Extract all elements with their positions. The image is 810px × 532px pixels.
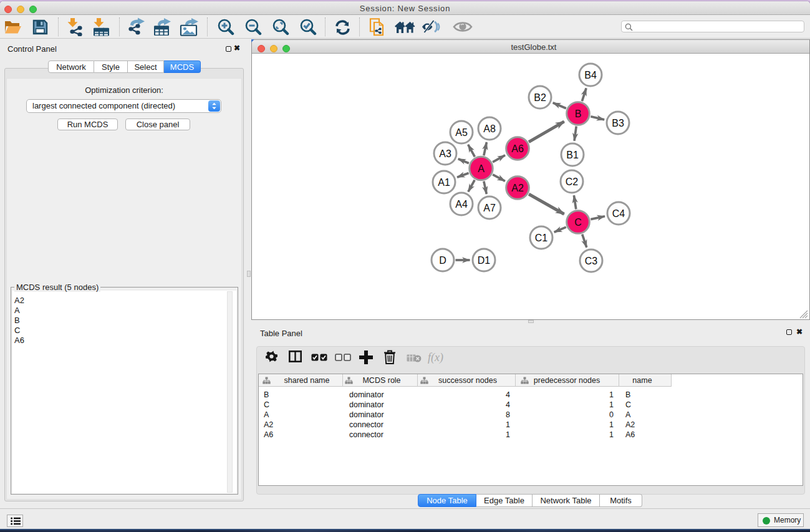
svg-text:A2: A2 xyxy=(511,183,524,193)
svg-text:A5: A5 xyxy=(455,127,468,138)
svg-text:A1: A1 xyxy=(438,177,450,188)
svg-text:C: C xyxy=(574,217,582,228)
svg-text:D1: D1 xyxy=(478,255,491,266)
svg-text:C4: C4 xyxy=(612,208,625,219)
svg-text:D: D xyxy=(439,255,446,266)
svg-text:A4: A4 xyxy=(455,199,468,210)
svg-text:B1: B1 xyxy=(566,150,579,160)
svg-text:A3: A3 xyxy=(439,148,451,159)
svg-text:B: B xyxy=(575,109,582,119)
svg-text:A7: A7 xyxy=(483,203,496,213)
svg-text:A6: A6 xyxy=(511,143,524,154)
svg-text:B3: B3 xyxy=(612,118,624,128)
svg-text:C1: C1 xyxy=(535,233,548,243)
svg-text:A: A xyxy=(478,163,485,174)
svg-text:B2: B2 xyxy=(534,92,546,103)
svg-text:A8: A8 xyxy=(483,123,496,134)
svg-text:C2: C2 xyxy=(566,177,579,187)
svg-text:C3: C3 xyxy=(585,256,598,266)
svg-text:B4: B4 xyxy=(584,70,597,80)
